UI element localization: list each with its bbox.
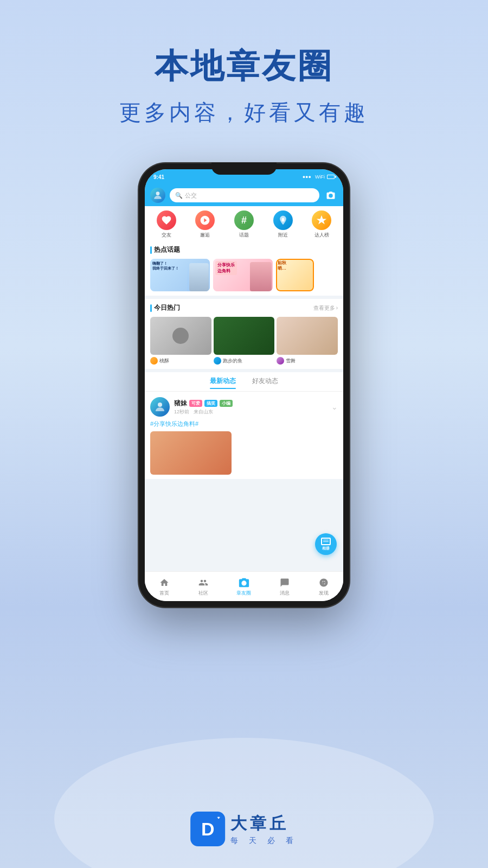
post-tag-funny: 搞笑 [204, 400, 217, 407]
fab-icon [321, 538, 331, 545]
topic-card-3[interactable]: 贴秋晒… [276, 259, 314, 291]
brand-wifi-icon [215, 815, 222, 821]
status-time: 9:41 [153, 174, 164, 180]
brand-text-group: 大章丘 每 天 必 看 [230, 813, 298, 846]
hot-name-1: 桃酥 [159, 358, 169, 365]
hot-topics-row: 嗨翻了！我终于回来了！ 分享快乐边角料 [150, 259, 338, 291]
feed-tabs: 最新动态 好友动态 [145, 372, 343, 392]
hero-subtitle: 更多内容，好看又有趣 [0, 98, 488, 127]
post-hashtag: #分享快乐边角料# [150, 420, 198, 427]
search-placeholder-text: 公交 [185, 192, 197, 200]
hot-avatar-2 [214, 357, 221, 365]
topic-card-1[interactable]: 嗨翻了！我终于回来了！ [150, 259, 210, 291]
bottom-nav-message-label: 消息 [280, 590, 290, 597]
deco-circle [54, 738, 434, 868]
post-image[interactable] [150, 431, 232, 475]
bottom-branding: D 大章丘 每 天 必 看 [190, 812, 298, 846]
search-icon: 🔍 [175, 192, 183, 199]
search-bar: 🔍 公交 [145, 184, 343, 206]
hot-img-1 [150, 317, 211, 355]
post-meta: 12秒前 来自山东 [174, 409, 327, 416]
tab-friends[interactable]: 好友动态 [252, 376, 278, 388]
today-hot-header: 今日热门 查看更多 › [150, 303, 338, 312]
hot-img-item-1[interactable]: 桃酥 [150, 317, 211, 365]
bottom-nav-discover[interactable]: 发现 [318, 577, 330, 597]
today-hot-section: 今日热门 查看更多 › [145, 299, 343, 369]
discover-icon [318, 577, 330, 589]
bottom-nav-community[interactable]: 社区 [197, 577, 209, 597]
camera-icon[interactable] [324, 188, 338, 202]
hot-name-2: 跑步的鱼 [223, 358, 242, 365]
hot-name-3: 雪舞 [286, 358, 296, 365]
phone-notch [211, 163, 277, 175]
hero-title: 本地章友圈 [0, 43, 488, 89]
nav-icon-daren[interactable]: 达人榜 [307, 210, 337, 239]
hot-img-label-3: 雪舞 [277, 357, 338, 365]
bottom-nav-circle-label: 章友圈 [236, 590, 251, 597]
section-title-bar [150, 246, 152, 254]
hot-img-3 [277, 317, 338, 355]
topic-card-2[interactable]: 分享快乐边角料 [213, 259, 273, 291]
today-hot-title: 今日热门 [150, 303, 180, 312]
bottom-nav-home[interactable]: 首页 [158, 577, 170, 597]
brand-slogan: 每 天 必 看 [230, 836, 298, 846]
bottom-nav-discover-label: 发现 [319, 590, 329, 597]
phone-mockup: 9:41 ●●● WiFi [138, 163, 350, 608]
hot-img-label-1: 桃酥 [150, 357, 211, 365]
brand-logo: D [190, 812, 225, 846]
fab-button[interactable]: 相册 [315, 533, 337, 555]
bottom-nav-home-label: 首页 [159, 590, 169, 597]
nav-label-huati: 话题 [239, 232, 249, 239]
tab-latest[interactable]: 最新动态 [210, 376, 236, 388]
post-avatar [150, 397, 170, 417]
hot-topics-section: 热点话题 嗨翻了！我终于回来了！ [145, 241, 343, 296]
post-tag-cute: 可爱 [189, 400, 202, 407]
post-header: 猪妹 可爱 搞笑 小编 12秒前 来自山东 ⌄ [150, 397, 338, 417]
battery-icon [327, 175, 335, 179]
home-icon [158, 577, 170, 589]
hot-img-item-2[interactable]: 跑步的鱼 [214, 317, 275, 365]
hot-img-item-3[interactable]: 雪舞 [277, 317, 338, 365]
feed-post: 猪妹 可爱 搞笑 小编 12秒前 来自山东 ⌄ [145, 392, 343, 479]
nav-label-daren: 达人榜 [314, 232, 329, 239]
see-more-link[interactable]: 查看更多 › [313, 304, 338, 312]
message-icon [279, 577, 291, 589]
hot-images-row: 桃酥 跑步的鱼 [150, 317, 338, 365]
brand-name: 大章丘 [230, 813, 298, 835]
hot-topics-title: 热点话题 [150, 245, 338, 254]
hot-img-2 [214, 317, 275, 355]
post-chevron[interactable]: ⌄ [331, 403, 338, 411]
bottom-nav-circle[interactable]: 章友圈 [236, 577, 251, 597]
svg-point-0 [156, 192, 160, 195]
nav-label-fujin: 附近 [278, 232, 288, 239]
post-username: 猪妹 可爱 搞笑 小编 [174, 399, 327, 408]
status-icons: ●●● WiFi [303, 174, 335, 180]
nav-icon-jiaoyou[interactable]: 交友 [151, 210, 181, 239]
post-tag-editor: 小编 [220, 400, 233, 407]
user-avatar[interactable] [150, 188, 165, 203]
today-hot-bar [150, 304, 152, 312]
community-icon [197, 577, 209, 589]
svg-point-3 [158, 403, 162, 407]
circle-icon [238, 577, 250, 589]
nav-icon-shuipao[interactable]: 邂逅 [190, 210, 220, 239]
nav-icon-fujin[interactable]: 附近 [268, 210, 298, 239]
nav-icons-row: 交友 邂逅 # 话题 [145, 206, 343, 241]
content-scroll: 热点话题 嗨翻了！我终于回来了！ [145, 241, 343, 601]
bottom-nav: 首页 社区 章友圈 [145, 571, 343, 601]
post-info: 猪妹 可爱 搞笑 小编 12秒前 来自山东 [174, 399, 327, 416]
brand-logo-letter: D [201, 820, 215, 838]
nav-label-jiaoyou: 交友 [162, 232, 171, 239]
hot-img-label-2: 跑步的鱼 [214, 357, 275, 365]
search-input[interactable]: 🔍 公交 [170, 188, 319, 202]
svg-point-2 [281, 218, 284, 220]
fab-label: 相册 [322, 546, 330, 551]
hot-avatar-1 [150, 357, 158, 365]
bottom-nav-community-label: 社区 [198, 590, 208, 597]
nav-label-shuipao: 邂逅 [200, 232, 210, 239]
hot-avatar-3 [277, 357, 284, 365]
nav-icon-huati[interactable]: # 话题 [229, 210, 259, 239]
post-content: #分享快乐边角料# [150, 420, 338, 428]
bottom-nav-message[interactable]: 消息 [279, 577, 291, 597]
